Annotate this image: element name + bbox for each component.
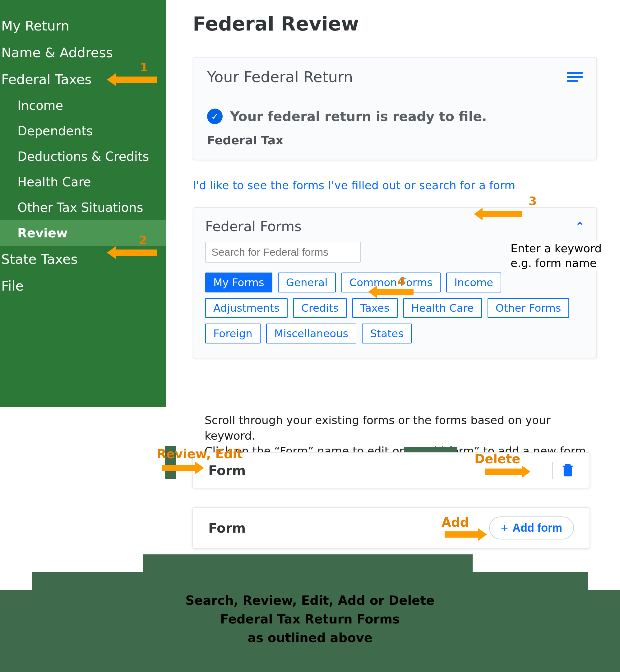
search-hint-annotation: Enter a keyword e.g. form name (511, 241, 619, 271)
federal-tax-label: Federal Tax (207, 134, 583, 147)
status-text: Your federal return is ready to file. (230, 109, 487, 124)
check-circle-icon: ✓ (207, 108, 223, 124)
forms-card-title: Federal Forms (205, 219, 302, 234)
chip-income[interactable]: Income (446, 273, 501, 292)
arrow-icon (115, 249, 157, 256)
filter-icon[interactable] (567, 72, 583, 82)
sidebar-item-other-tax-situations[interactable]: Other Tax Situations (0, 195, 166, 220)
chip-adjustments[interactable]: Adjustments (205, 298, 288, 318)
sidebar-item-income[interactable]: Income (0, 93, 166, 118)
chip-health-care[interactable]: Health Care (403, 298, 482, 318)
arrow-icon (485, 469, 522, 475)
banner-line3: as outlined above (248, 631, 372, 645)
form-name-label: Form (208, 521, 246, 536)
chip-my-forms[interactable]: My Forms (205, 273, 272, 292)
annotation-number-2: 2 (139, 233, 147, 247)
sidebar-item-dependents[interactable]: Dependents (0, 118, 166, 144)
annotation-number-3: 3 (529, 194, 537, 208)
banner-line2: Federal Tax Return Forms (220, 612, 400, 626)
main-content: Federal Review Your Federal Return ✓ You… (193, 12, 597, 358)
see-forms-link[interactable]: I'd like to see the forms I've filled ou… (193, 179, 515, 192)
annotation-number-1: 1 (140, 60, 148, 74)
card-title: Your Federal Return (207, 68, 353, 86)
annotation-number-4: 4 (397, 274, 406, 288)
chip-foreign[interactable]: Foreign (205, 324, 261, 343)
federal-forms-card: Federal Forms ⌃ Enter a keyword e.g. for… (193, 207, 597, 358)
arrow-icon (162, 465, 196, 471)
page-title: Federal Review (193, 12, 597, 35)
instruction-text: Scroll through your existing forms or th… (205, 413, 590, 459)
arrow-icon (115, 77, 157, 83)
chip-miscellaneous[interactable]: Miscellaneous (266, 324, 356, 343)
separator (552, 462, 553, 479)
federal-forms-search-input[interactable] (205, 242, 361, 262)
arrow-icon (482, 211, 522, 217)
chip-row: My Forms General Common Forms Income Adj… (205, 273, 584, 343)
chip-other-forms[interactable]: Other Forms (487, 298, 569, 318)
chip-states[interactable]: States (362, 324, 412, 343)
add-form-button[interactable]: + Add form (489, 517, 574, 539)
arrow-icon (376, 289, 414, 295)
status-row: ✓ Your federal return is ready to file. (207, 108, 583, 124)
sidebar-item-deductions-credits[interactable]: Deductions & Credits (0, 144, 166, 169)
trash-icon[interactable] (562, 463, 574, 478)
banner-text: Search, Review, Edit, Add or Delete Fede… (0, 591, 620, 647)
card-title-row: Your Federal Return (207, 68, 583, 94)
form-row-add: Form + Add form (192, 507, 590, 549)
chevron-up-icon[interactable]: ⌃ (575, 220, 584, 233)
federal-return-card: Your Federal Return ✓ Your federal retur… (193, 57, 597, 160)
form-row-existing: Form (192, 452, 590, 488)
sidebar-item-health-care[interactable]: Health Care (0, 169, 166, 195)
sidebar-item-my-return[interactable]: My Return (0, 12, 166, 39)
annotation-review-edit: Review, Edit (157, 447, 243, 461)
form-name-link[interactable]: Form (208, 463, 246, 478)
instruction-line1: Scroll through your existing forms or th… (205, 414, 551, 442)
chip-general[interactable]: General (278, 273, 336, 292)
chip-credits[interactable]: Credits (293, 298, 347, 318)
sidebar-item-file[interactable]: File (0, 273, 166, 299)
chip-taxes[interactable]: Taxes (352, 298, 398, 318)
forms-card-header: Federal Forms ⌃ (205, 219, 584, 234)
arrow-icon (445, 531, 479, 538)
plus-icon: + (501, 522, 508, 534)
banner-line1: Search, Review, Edit, Add or Delete (186, 593, 435, 608)
annotation-add: Add (442, 515, 469, 530)
add-form-button-label: Add form (512, 521, 562, 534)
annotation-delete: Delete (474, 452, 520, 466)
